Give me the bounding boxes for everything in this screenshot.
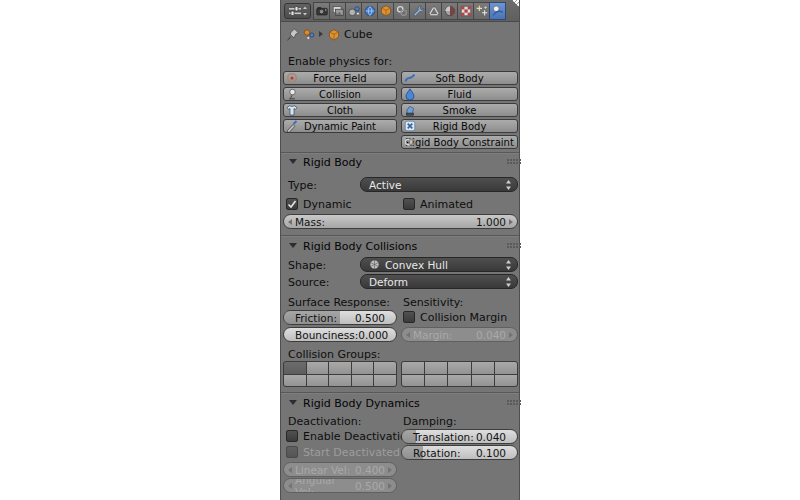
breadcrumb-object-name[interactable]: Cube [344,29,372,41]
friction-slider-value: 0.500 [355,312,385,324]
rigid-body-button[interactable]: Rigid Body [401,119,518,133]
area-corner-handle[interactable] [509,0,519,10]
collision-group-cell[interactable] [284,362,306,374]
collision-group-cell[interactable] [472,362,494,374]
world-tab-icon [363,4,377,18]
collision-group-cell[interactable] [374,375,396,387]
collision-group-cell[interactable] [495,375,517,387]
type-label: Type: [288,180,317,192]
angular-vel-value: 0.500 [355,480,385,492]
object-breadcrumb-icon[interactable] [302,27,316,46]
tab-object-data[interactable] [425,2,442,20]
collapse-triangle-icon[interactable] [289,243,297,248]
tab-world[interactable] [361,2,378,20]
collision-group-cell[interactable] [352,362,374,374]
collision-group-cell[interactable] [329,362,351,374]
rigid-body-panel-title[interactable]: Rigid Body [303,156,362,169]
type-dropdown[interactable]: Active [360,177,518,192]
render-tab-icon [315,4,329,18]
tab-texture[interactable] [457,2,474,20]
shape-label: Shape: [288,260,326,272]
increment-arrow-icon [388,467,392,473]
translation-damping-slider[interactable]: Translation: 0.040 [401,429,518,444]
rotation-damping-slider[interactable]: Rotation: 0.100 [401,445,518,460]
editor-type-button[interactable] [284,3,311,19]
collapse-triangle-icon[interactable] [289,400,297,405]
rigid-body-collisions-panel-title[interactable]: Rigid Body Collisions [303,240,417,253]
physics-tab-icon [491,4,505,18]
collision-group-cell[interactable] [284,375,306,387]
collapse-triangle-icon[interactable] [289,159,297,164]
panel-drag-grip[interactable] [507,243,509,245]
increment-arrow-icon[interactable] [509,219,513,225]
fluid-icon [404,88,416,100]
dynamic-paint-icon [286,120,298,132]
collision-group-cell[interactable] [307,362,329,374]
soft-body-button[interactable]: Soft Body [401,71,518,85]
tab-material[interactable] [441,2,458,20]
particles-tab-icon [475,4,489,18]
mass-field[interactable]: Mass: 1.000 [283,214,518,229]
tab-scene[interactable] [345,2,362,20]
cloth-button[interactable]: Cloth [283,103,397,117]
tab-render-layers[interactable] [329,2,346,20]
source-dropdown[interactable]: Deform [360,274,518,289]
collision-groups-label: Collision Groups: [288,349,381,361]
collision-group-cell[interactable] [402,362,424,374]
shape-dropdown[interactable]: Convex Hull [360,257,518,272]
material-tab-icon [443,4,457,18]
enable-deactivation-checkbox[interactable] [286,430,298,442]
start-deactivated-checkbox [286,446,298,458]
tab-constraints[interactable] [393,2,410,20]
collision-group-cell[interactable] [374,362,396,374]
rigid-body-icon [404,120,416,132]
rigid-body-dynamics-panel-title[interactable]: Rigid Body Dynamics [303,397,420,410]
animated-checkbox[interactable] [403,198,415,210]
panel-drag-grip[interactable] [507,400,509,402]
soft-body-button-label: Soft Body [435,73,483,84]
properties-editor-icon [288,5,308,17]
rotation-slider-label: Rotation: [413,447,460,459]
collision-group-cell[interactable] [425,362,447,374]
render-layers-tab-icon [331,4,345,18]
collision-group-cell[interactable] [329,375,351,387]
dynamic-paint-button[interactable]: Dynamic Paint [283,119,397,133]
decrement-arrow-icon[interactable] [288,219,292,225]
translation-slider-value: 0.040 [476,431,506,443]
collision-group-cell[interactable] [402,375,424,387]
editor-header [281,0,519,22]
collision-group-cell[interactable] [307,375,329,387]
tab-object[interactable] [377,2,394,20]
context-tabs [314,2,506,20]
deactivation-label: Deactivation: [288,416,361,428]
dynamic-checkbox[interactable] [286,198,298,210]
smoke-button[interactable]: Smoke [401,103,518,117]
tab-render[interactable] [313,2,330,20]
pin-icon[interactable] [286,27,300,46]
bounciness-slider[interactable]: Bounciness: 0.000 [283,327,397,342]
enable-physics-label: Enable physics for: [288,56,392,68]
friction-slider[interactable]: Friction: 0.500 [283,310,397,325]
rigid-body-constraint-button[interactable]: Rigid Body Constraint [401,135,518,149]
cube-mesh-icon [327,27,341,46]
collision-group-cell[interactable] [448,375,470,387]
collision-group-cell[interactable] [495,362,517,374]
panel-drag-grip[interactable] [507,159,509,161]
collision-button[interactable]: Collision [283,87,397,101]
rigid-body-constraint-icon [404,136,416,148]
collision-group-cell[interactable] [472,375,494,387]
collision-group-cell[interactable] [352,375,374,387]
collision-group-cell[interactable] [448,362,470,374]
cloth-button-label: Cloth [327,105,353,116]
tab-modifiers[interactable] [409,2,426,20]
breadcrumb-chevron-icon [319,31,323,37]
tab-particles[interactable] [473,2,490,20]
fluid-button[interactable]: Fluid [401,87,518,101]
collision-margin-checkbox[interactable] [403,311,415,323]
force-field-button[interactable]: Force Field [283,71,397,85]
surface-response-label: Surface Response: [288,297,390,309]
tab-physics[interactable] [489,2,506,20]
fluid-button-label: Fluid [448,89,472,100]
collision-group-cell[interactable] [425,375,447,387]
dropdown-updown-icon [505,259,512,270]
